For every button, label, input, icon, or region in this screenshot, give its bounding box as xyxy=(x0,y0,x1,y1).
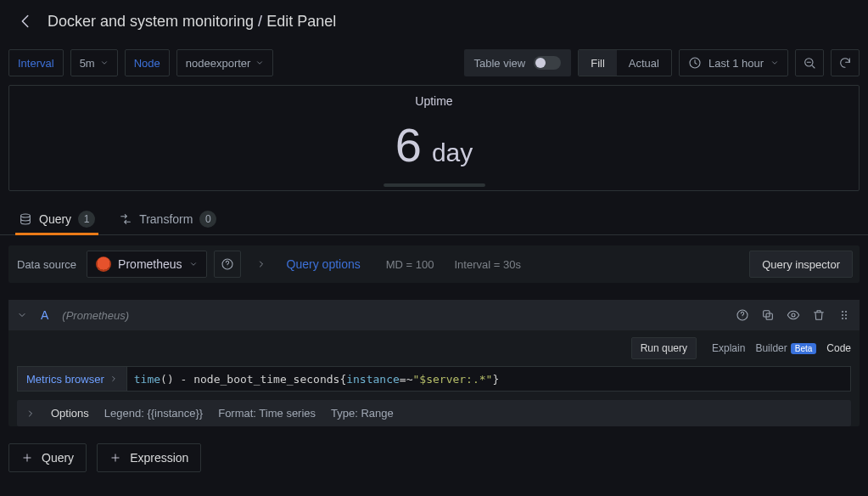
datasource-row: Data source Prometheus Query options MD … xyxy=(8,245,860,283)
prometheus-logo-icon xyxy=(96,256,111,272)
query-header[interactable]: A (Prometheus) xyxy=(8,300,860,330)
stat-unit: day xyxy=(432,138,473,167)
time-range-picker[interactable]: Last 1 hour xyxy=(679,49,788,76)
mode-builder[interactable]: BuilderBeta xyxy=(755,342,816,354)
datasource-help-button[interactable] xyxy=(214,251,241,278)
refresh-button[interactable] xyxy=(831,49,860,76)
breadcrumb-page: Edit Panel xyxy=(266,13,336,30)
options-label: Options xyxy=(51,407,89,420)
code-token: instance xyxy=(346,373,400,386)
interval-label: Interval xyxy=(8,49,64,76)
svg-point-14 xyxy=(842,318,843,319)
tab-query[interactable]: Query 1 xyxy=(17,203,97,234)
options-legend: Legend: {{instance}} xyxy=(104,407,203,420)
panel-title: Uptime xyxy=(415,94,452,108)
help-icon xyxy=(736,308,749,322)
add-query-button[interactable]: Query xyxy=(8,443,87,472)
toggle-query-visibility[interactable] xyxy=(787,308,800,322)
chevron-right-icon xyxy=(109,375,118,383)
code-token: "$server:.*" xyxy=(413,373,493,386)
chevron-right-icon xyxy=(25,409,36,419)
svg-point-2 xyxy=(21,214,31,217)
beta-badge: Beta xyxy=(791,343,817,354)
options-format: Format: Time series xyxy=(218,407,316,420)
options-expand-toggle[interactable] xyxy=(25,409,36,419)
query-options-md: MD = 100 xyxy=(372,258,434,271)
svg-point-13 xyxy=(845,314,847,316)
datasource-picker[interactable]: Prometheus xyxy=(87,251,206,278)
zoom-out-button[interactable] xyxy=(795,49,824,76)
query-options-row[interactable]: Options Legend: {{instance}} Format: Tim… xyxy=(17,400,851,426)
query-options-link[interactable]: Query options xyxy=(282,257,366,271)
svg-point-12 xyxy=(842,314,843,316)
plus-icon xyxy=(109,452,121,464)
mode-code[interactable]: Code xyxy=(826,342,851,354)
plus-icon xyxy=(21,452,33,464)
segment-actual[interactable]: Actual xyxy=(617,50,671,76)
duplicate-query-button[interactable] xyxy=(761,308,775,322)
query-editor: A (Prometheus) Run query Explain Builder… xyxy=(8,300,860,426)
editor-mode-group: Explain BuilderBeta Code xyxy=(712,342,851,354)
delete-query-button[interactable] xyxy=(812,308,826,322)
stat-number: 6 xyxy=(395,121,422,169)
query-collapse-toggle[interactable] xyxy=(17,310,34,320)
tab-transform-count: 0 xyxy=(199,211,216,228)
segment-fill[interactable]: Fill xyxy=(579,50,617,76)
node-label: Node xyxy=(125,49,170,76)
switch-icon[interactable] xyxy=(534,56,561,70)
chevron-right-icon xyxy=(256,259,266,269)
interval-selector[interactable]: 5m xyxy=(70,49,118,76)
chevron-down-icon xyxy=(17,310,27,320)
query-options-expand[interactable] xyxy=(248,251,275,278)
mode-builder-label: Builder xyxy=(755,342,787,354)
query-help-icon[interactable] xyxy=(736,308,749,322)
query-datasource-hint: (Prometheus) xyxy=(55,309,129,322)
breadcrumb-dashboard[interactable]: Docker and system monitoring xyxy=(48,13,254,30)
resize-handle[interactable] xyxy=(384,183,485,187)
code-token: ( xyxy=(160,373,167,386)
zoom-out-icon xyxy=(803,56,816,70)
copy-icon xyxy=(761,308,775,322)
trash-icon xyxy=(812,308,826,322)
code-token: ) xyxy=(167,373,174,386)
interval-value: 5m xyxy=(80,57,95,70)
code-token: } xyxy=(492,373,499,386)
clock-icon xyxy=(688,56,702,70)
svg-point-15 xyxy=(845,318,847,319)
help-icon xyxy=(221,257,234,271)
query-inspector-button[interactable]: Query inspector xyxy=(749,251,853,278)
breadcrumb-sep: / xyxy=(254,13,266,30)
add-query-label: Query xyxy=(42,451,74,465)
breadcrumb: Docker and system monitoring / Edit Pane… xyxy=(48,13,336,31)
svg-point-6 xyxy=(742,318,743,318)
code-token: { xyxy=(339,373,346,386)
metrics-browser-button[interactable]: Metrics browser xyxy=(17,366,126,392)
svg-point-9 xyxy=(792,313,795,317)
time-range-label: Last 1 hour xyxy=(708,57,764,70)
database-icon xyxy=(19,212,32,226)
tab-transform[interactable]: Transform 0 xyxy=(117,203,218,234)
node-selector[interactable]: nodeexporter xyxy=(176,49,274,76)
chevron-down-icon xyxy=(770,59,779,67)
table-view-toggle[interactable]: Table view xyxy=(464,49,572,76)
query-ref-id[interactable]: A xyxy=(34,308,55,322)
stat-value: 6 day xyxy=(395,121,473,169)
query-expression-input[interactable]: time() - node_boot_time_seconds{instance… xyxy=(126,366,851,392)
run-query-button[interactable]: Run query xyxy=(631,337,697,359)
fill-actual-segment[interactable]: Fill Actual xyxy=(578,49,672,76)
svg-point-10 xyxy=(842,311,843,313)
node-value: nodeexporter xyxy=(186,57,251,70)
table-view-label: Table view xyxy=(474,57,526,70)
back-arrow-icon[interactable] xyxy=(14,9,37,33)
metrics-browser-label: Metrics browser xyxy=(26,373,104,386)
eye-icon xyxy=(787,308,800,322)
mode-explain[interactable]: Explain xyxy=(712,342,745,354)
add-expression-button[interactable]: Expression xyxy=(97,443,201,472)
tab-query-label: Query xyxy=(39,212,71,226)
transform-icon xyxy=(119,212,132,226)
chevron-down-icon xyxy=(255,59,264,67)
add-expression-label: Expression xyxy=(130,451,188,465)
options-type: Type: Range xyxy=(331,407,394,420)
drag-query-handle[interactable] xyxy=(837,308,851,322)
grip-icon xyxy=(837,308,851,322)
